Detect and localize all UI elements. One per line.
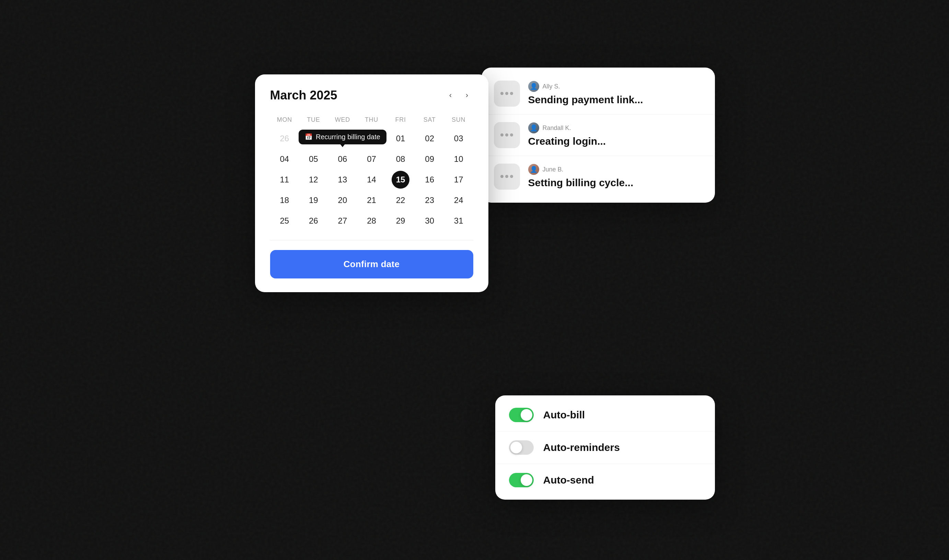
calendar-day[interactable]: 27: [328, 211, 357, 231]
activity-item-randall: 👤 Randall K. Creating login...: [481, 114, 715, 156]
dot: [505, 134, 508, 137]
activity-user-row: 👤 Randall K.: [528, 122, 702, 134]
calendar-day[interactable]: 16: [415, 170, 444, 189]
calendar-day[interactable]: 09: [415, 149, 444, 169]
calendar-day[interactable]: 07: [357, 149, 386, 169]
avatar: 👤: [528, 81, 539, 92]
calendar-day-selected[interactable]: 15: [392, 171, 409, 189]
calendar-day[interactable]: 14: [357, 170, 386, 189]
calendar-day[interactable]: 02: [415, 129, 444, 148]
calendar-day[interactable]: 10: [444, 149, 473, 169]
calendar-day[interactable]: 04: [270, 149, 299, 169]
activity-username: Randall K.: [543, 125, 571, 132]
calendar-day[interactable]: 31: [444, 211, 473, 231]
toggle-label-autobill: Auto-bill: [543, 409, 585, 421]
day-header-fri: FRI: [386, 114, 415, 128]
activity-item-ally: 👤 Ally S. Sending payment link...: [481, 73, 715, 114]
calendar-day[interactable]: 26: [299, 211, 328, 231]
calendar-day-headers: MON TUE WED THU FRI SAT SUN: [270, 114, 473, 128]
activity-icon-box: [494, 122, 520, 148]
dot: [510, 134, 513, 137]
activity-content: 👤 Ally S. Sending payment link...: [528, 81, 702, 106]
avatar: 👤: [528, 122, 539, 134]
toggle-label-autosend: Auto-send: [543, 474, 594, 486]
day-header-mon: MON: [270, 114, 299, 128]
autobill-toggle[interactable]: [509, 408, 534, 422]
calendar-day[interactable]: 18: [270, 191, 299, 210]
toggle-knob: [521, 474, 532, 486]
activity-action: Sending payment link...: [528, 94, 702, 106]
calendar-day[interactable]: 20: [328, 191, 357, 210]
calendar-day[interactable]: 30: [415, 211, 444, 231]
calendar-card: March 2025 ‹ › MON TUE WED THU FRI SAT S…: [255, 74, 488, 292]
dot: [510, 92, 513, 95]
dot: [505, 92, 508, 95]
day-header-wed: WED: [328, 114, 357, 128]
calendar-week-4: 18 19 20 21 22 23 24: [270, 191, 473, 210]
calendar-day[interactable]: 29: [386, 211, 415, 231]
calendar-icon: 📅: [305, 133, 312, 141]
day-header-tue: TUE: [299, 114, 328, 128]
dots-icon: [500, 175, 513, 178]
activity-action: Creating login...: [528, 135, 702, 148]
calendar-divider: [270, 240, 473, 240]
calendar-day[interactable]: 26: [270, 129, 299, 148]
activity-card: 👤 Ally S. Sending payment link... 👤: [481, 68, 715, 203]
dot: [500, 92, 503, 95]
calendar-day[interactable]: 13: [328, 170, 357, 189]
day-header-sun: SUN: [444, 114, 473, 128]
dot: [500, 134, 503, 137]
calendar-day[interactable]: 17: [444, 170, 473, 189]
calendar-grid: MON TUE WED THU FRI SAT SUN 26 27 28 29 …: [270, 114, 473, 231]
calendar-day[interactable]: 28: [357, 211, 386, 231]
calendar-day[interactable]: 24: [444, 191, 473, 210]
day-header-sat: SAT: [415, 114, 444, 128]
calendar-day[interactable]: 25: [270, 211, 299, 231]
activity-icon-box: [494, 163, 520, 190]
calendar-day[interactable]: 01: [386, 129, 415, 148]
dots-icon: [500, 134, 513, 137]
calendar-day[interactable]: 08: [386, 149, 415, 169]
avatar: 👤: [528, 164, 539, 175]
dot: [500, 175, 503, 178]
tooltip-text: Recurring billing date: [316, 133, 380, 141]
calendar-day[interactable]: 21: [357, 191, 386, 210]
day-header-thu: THU: [357, 114, 386, 128]
dot: [510, 175, 513, 178]
toggle-label-autoreminders: Auto-reminders: [543, 442, 620, 453]
calendar-day[interactable]: 05: [299, 149, 328, 169]
calendar-week-2: 04 05 📅 Recurring billing date 06 07 08 …: [270, 149, 473, 169]
calendar-day[interactable]: 03: [444, 129, 473, 148]
toggles-card: Auto-bill Auto-reminders Auto-send: [495, 395, 715, 500]
dots-icon: [500, 92, 513, 95]
autosend-toggle[interactable]: [509, 473, 534, 487]
calendar-day[interactable]: 11: [270, 170, 299, 189]
activity-item-june: 👤 June B. Setting billing cycle...: [481, 156, 715, 197]
calendar-month-title: March 2025: [270, 88, 337, 103]
calendar-week-3: 11 12 13 14 15 16 17: [270, 170, 473, 189]
calendar-day[interactable]: 23: [415, 191, 444, 210]
calendar-day[interactable]: 19: [299, 191, 328, 210]
toggle-item-autosend: Auto-send: [495, 464, 715, 496]
toggle-item-autoreminders: Auto-reminders: [495, 431, 715, 464]
activity-username: Ally S.: [543, 83, 560, 90]
recurring-billing-tooltip: 📅 Recurring billing date: [299, 130, 386, 145]
activity-user-row: 👤 June B.: [528, 164, 702, 175]
activity-username: June B.: [543, 166, 563, 173]
prev-month-button[interactable]: ‹: [444, 89, 457, 102]
activity-icon-box: [494, 81, 520, 107]
next-month-button[interactable]: ›: [461, 89, 473, 102]
calendar-nav: ‹ ›: [444, 89, 473, 102]
confirm-date-button[interactable]: Confirm date: [270, 250, 473, 278]
calendar-day[interactable]: 22: [386, 191, 415, 210]
activity-content: 👤 June B. Setting billing cycle...: [528, 164, 702, 189]
autoreminders-toggle[interactable]: [509, 440, 534, 455]
toggle-knob: [521, 409, 532, 421]
toggle-knob: [510, 442, 522, 453]
calendar-header: March 2025 ‹ ›: [270, 88, 473, 103]
activity-content: 👤 Randall K. Creating login...: [528, 122, 702, 148]
calendar-day[interactable]: 12: [299, 170, 328, 189]
calendar-week-5: 25 26 27 28 29 30 31: [270, 211, 473, 231]
toggle-item-autobill: Auto-bill: [495, 399, 715, 431]
calendar-day-with-tooltip[interactable]: 📅 Recurring billing date 06: [328, 149, 357, 169]
